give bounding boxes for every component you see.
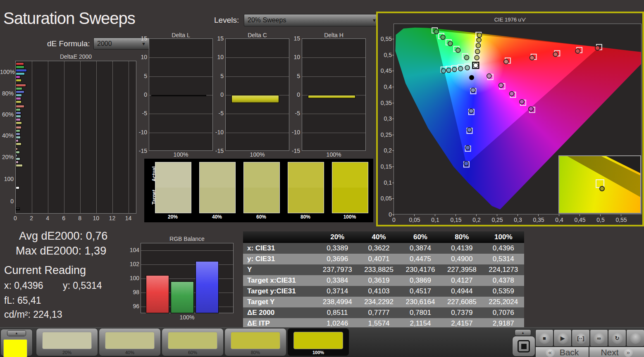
loop-button[interactable]: ↻ xyxy=(608,330,626,346)
current-color-swatch xyxy=(3,339,27,357)
swatch-target xyxy=(244,188,279,213)
pattern-window-button[interactable] xyxy=(513,336,535,356)
deltae-bar xyxy=(16,84,26,87)
table-cell: 0,8511 xyxy=(317,307,358,318)
continuous-button[interactable]: ∞ xyxy=(590,330,608,346)
level-button-label: 20% xyxy=(36,350,98,355)
record-button[interactable] xyxy=(627,330,644,346)
delta-chart-delta-l[interactable] xyxy=(149,38,213,151)
deltae-x-tick: 8 xyxy=(76,215,83,221)
deltae-chart[interactable] xyxy=(15,61,136,214)
cie-y-tick: 0,15 xyxy=(379,163,392,170)
delta-y-tick: -10 xyxy=(289,129,300,136)
cie-x-tickmark xyxy=(435,214,435,216)
cie-y-tickmark xyxy=(392,167,394,167)
level-button-100%[interactable]: 100% xyxy=(288,328,349,356)
panel-up-button[interactable]: ▲ xyxy=(515,330,531,336)
swatch-target xyxy=(332,188,368,213)
swatch-label: 20% xyxy=(155,214,191,220)
delta-gridline xyxy=(302,57,365,58)
rgb-bar-red xyxy=(146,275,169,314)
level-button-80%[interactable]: 80% xyxy=(225,328,286,356)
deltae-gridline xyxy=(64,61,64,213)
deltae-bar xyxy=(16,161,19,164)
cie-y-tick: 0,05 xyxy=(379,195,392,202)
table-cell: 0,4071 xyxy=(358,254,399,264)
measured-circle-cyan-80% xyxy=(446,68,451,72)
rgb-balance-chart[interactable] xyxy=(141,243,234,313)
delta-value-bar xyxy=(151,95,206,96)
table-cell: 227,6085 xyxy=(441,297,482,307)
cie-y-tick: 0,4 xyxy=(379,83,392,90)
deltae-x-tick: 10 xyxy=(93,215,99,221)
continuous-icon: ∞ xyxy=(594,333,605,344)
delta-gridline xyxy=(302,76,365,77)
levels-dropdown[interactable]: 20% Sweeps ▼ xyxy=(244,14,380,26)
rgb-bar-green xyxy=(171,281,194,313)
measured-circle-blue-80% xyxy=(465,145,470,150)
swatch-actual xyxy=(244,162,279,188)
table-cell: 0,3619 xyxy=(358,275,399,286)
deltae-gridline xyxy=(112,61,113,213)
cie-y-tick: 0,25 xyxy=(379,131,392,138)
step-button[interactable]: [··] xyxy=(572,330,589,346)
measured-circle-green-40% xyxy=(456,48,460,52)
swatch-target xyxy=(155,188,191,213)
cie-title: CIE 1976 u'v' xyxy=(378,17,642,23)
cie-x-tickmark xyxy=(538,214,539,216)
max-de2000: Max dE2000: 1,39 xyxy=(16,245,106,257)
cie-y-tickmark xyxy=(392,119,394,119)
delta-gridline xyxy=(226,133,289,133)
current-y: y: 0,5314 xyxy=(63,280,102,291)
level-button-20%[interactable]: 20% xyxy=(36,328,98,356)
deltae-bar xyxy=(16,112,21,114)
measured-circle-magenta-40% xyxy=(499,83,503,88)
row-label: y: CIE31 xyxy=(243,254,317,264)
table-cell: 0,3874 xyxy=(400,243,441,254)
measured-circle-cyan-60% xyxy=(452,67,457,72)
cie-y-tickmark xyxy=(392,198,394,199)
swatch-40% xyxy=(199,162,236,213)
rgb-bar-blue xyxy=(196,261,219,314)
cie-x-tick: 0,35 xyxy=(532,217,546,223)
delta-value-bar xyxy=(308,95,355,98)
back-button[interactable]: « Back xyxy=(536,347,589,357)
stop-button[interactable]: ■ xyxy=(536,330,553,346)
up-arrow-icon: ▲ xyxy=(521,331,525,335)
page-title: Saturation Sweeps xyxy=(3,9,135,28)
next-button[interactable]: Next » xyxy=(589,347,644,357)
table-cell: 0,7801 xyxy=(400,307,441,318)
table-cell: 224,1273 xyxy=(483,264,524,275)
level-button-60%[interactable]: 60% xyxy=(162,328,223,356)
current-x: x: 0,4396 xyxy=(4,280,43,291)
deltae-bar xyxy=(16,148,18,150)
cie-x-tick: 0,15 xyxy=(449,217,463,223)
level-button-40%[interactable]: 40% xyxy=(99,328,160,356)
next-label: Next xyxy=(601,347,618,357)
delta-value-bar xyxy=(231,95,279,103)
deltae-group-label: 0 xyxy=(0,198,14,205)
delta-chart-delta-c[interactable] xyxy=(225,38,289,151)
table-cell: 230,6164 xyxy=(400,297,441,307)
deltae-x-tick: 2 xyxy=(28,215,35,221)
delta-x-label: 100% xyxy=(225,151,289,158)
table-cell: 230,4176 xyxy=(400,264,441,275)
delta-x-label: 100% xyxy=(302,151,366,158)
calibration-app-window: Saturation Sweeps dE Formula: 2000 ▼ Lev… xyxy=(0,0,644,357)
cie-x-tick: 0,5 xyxy=(594,217,608,223)
collapse-up-button[interactable]: ▲ xyxy=(7,331,26,336)
cie-y-tickmark xyxy=(392,135,394,135)
play-button[interactable]: ▶ xyxy=(554,330,571,346)
measured-circle-green-60% xyxy=(448,41,453,46)
deltae-gridline xyxy=(80,61,81,213)
level-swatch xyxy=(168,332,217,349)
table-cell: 0,4127 xyxy=(441,275,482,286)
table-cell: 237,7973 xyxy=(317,264,358,275)
delta-chart-delta-h[interactable] xyxy=(302,38,366,151)
measured-circle-magenta-20% xyxy=(487,74,491,78)
cie-x-tickmark xyxy=(518,214,518,216)
cie-diagram[interactable] xyxy=(394,24,642,214)
measured-circle-cyan-100% xyxy=(441,69,446,73)
cie-chart-panel[interactable]: CIE 1976 u'v' 00,050,10,150,20,250,30,35… xyxy=(376,12,644,226)
delta-y-tick: -10 xyxy=(136,129,147,136)
